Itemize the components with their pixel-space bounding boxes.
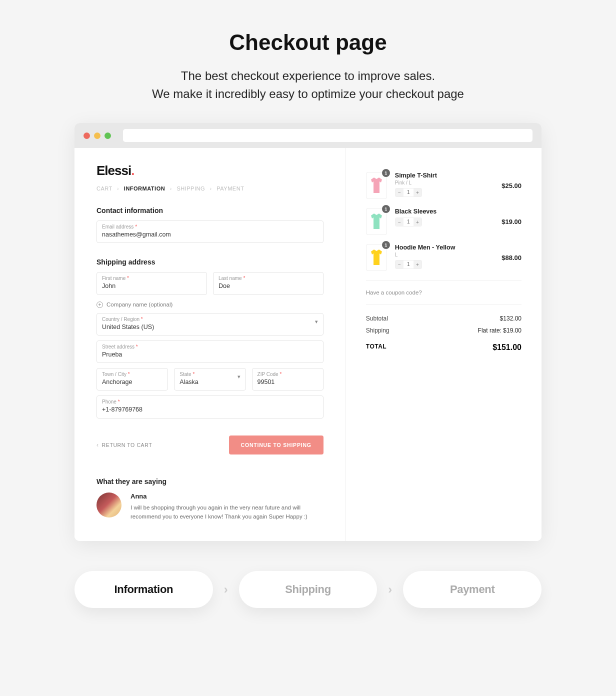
product-price: $25.00 (502, 182, 522, 190)
product-variant: L (395, 252, 494, 258)
shipping-label: Shipping (366, 327, 390, 334)
cart-item: 1 Hoodie Men - Yellow L − 1 + $88.00 (366, 244, 522, 271)
product-thumb[interactable]: 1 (366, 244, 387, 271)
contact-heading: Contact information (96, 206, 324, 214)
chevron-right-icon: › (224, 582, 228, 596)
brand-logo[interactable]: Elessi. (96, 163, 324, 178)
qty-plus-button[interactable]: + (414, 188, 422, 196)
testimonial-heading: What they are saying (96, 478, 324, 486)
testimonial-quote: I will be shopping through you again in … (130, 503, 324, 522)
shipping-heading: Shipping address (96, 258, 324, 266)
product-price: $19.00 (502, 218, 522, 226)
chevron-down-icon: ▾ (238, 374, 240, 380)
hero-title: Checkout page (10, 30, 606, 55)
qty-value: 1 (404, 218, 414, 226)
phone-field[interactable]: Phone * +1-879769768 (96, 396, 324, 418)
subtotal-label: Subtotal (366, 315, 388, 322)
qty-minus-button[interactable]: − (396, 260, 404, 268)
plus-circle-icon: + (96, 302, 103, 308)
crumb-cart[interactable]: CART (96, 186, 112, 192)
chevron-right-icon: › (170, 186, 172, 192)
city-field[interactable]: Town / City * Anchorage (96, 368, 168, 390)
quantity-stepper[interactable]: − 1 + (395, 260, 422, 269)
qty-minus-button[interactable]: − (396, 218, 404, 226)
url-bar[interactable] (123, 129, 532, 142)
divider (366, 280, 522, 280)
total-label: TOTAL (366, 343, 386, 352)
return-to-cart-link[interactable]: ‹ RETURN TO CART (96, 442, 152, 448)
country-select[interactable]: ▾ Country / Region * United States (US) (96, 313, 324, 336)
chevron-right-icon: › (117, 186, 119, 192)
divider (366, 304, 522, 305)
crumb-shipping[interactable]: SHIPPING (176, 186, 205, 192)
company-toggle[interactable]: + Company name (optional) (96, 302, 324, 308)
coupon-link[interactable]: Have a coupon code? (366, 290, 522, 296)
crumb-payment[interactable]: PAYMENT (216, 186, 244, 192)
product-variant: Pink / L (395, 180, 494, 186)
shipping-value: Flat rate: $19.00 (478, 327, 522, 334)
cart-item: 1 Simple T-Shirt Pink / L − 1 + $25.00 (366, 172, 522, 199)
street-field[interactable]: Street address * Prueba (96, 340, 324, 363)
step-information[interactable]: Information (74, 571, 213, 608)
subtotal-value: $132.00 (500, 315, 522, 322)
quantity-badge: 1 (382, 241, 390, 249)
order-summary: 1 Simple T-Shirt Pink / L − 1 + $25.00 1… (346, 148, 542, 541)
product-name: Simple T-Shirt (395, 172, 494, 179)
total-value: $151.00 (492, 343, 522, 352)
product-name: Black Sleeves (395, 208, 494, 215)
chevron-right-icon: › (210, 186, 212, 192)
cart-item: 1 Black Sleeves − 1 + $19.00 (366, 208, 522, 235)
chevron-left-icon: ‹ (96, 442, 99, 448)
browser-window: Elessi. CART › INFORMATION › SHIPPING › … (74, 123, 542, 541)
product-name: Hoodie Men - Yellow (395, 244, 494, 251)
email-field[interactable]: Email address * nasathemes@gmail.com (96, 220, 324, 243)
avatar (96, 492, 122, 518)
quantity-badge: 1 (382, 169, 390, 177)
hero-subtitle: The best checkout experience to improve … (10, 67, 606, 103)
step-payment[interactable]: Payment (403, 571, 542, 608)
testimonial-name: Anna (130, 492, 324, 500)
traffic-lights (84, 132, 111, 139)
close-dot-icon[interactable] (84, 132, 90, 139)
browser-chrome (74, 123, 542, 148)
qty-minus-button[interactable]: − (396, 188, 404, 196)
qty-plus-button[interactable]: + (414, 218, 422, 226)
maximize-dot-icon[interactable] (104, 132, 111, 139)
product-price: $88.00 (502, 254, 522, 262)
qty-value: 1 (404, 188, 414, 196)
chevron-right-icon: › (388, 582, 392, 596)
breadcrumb: CART › INFORMATION › SHIPPING › PAYMENT (96, 186, 324, 192)
qty-plus-button[interactable]: + (414, 260, 422, 268)
qty-value: 1 (404, 260, 414, 268)
quantity-stepper[interactable]: − 1 + (395, 188, 422, 197)
quantity-stepper[interactable]: − 1 + (395, 218, 422, 226)
product-thumb[interactable]: 1 (366, 208, 387, 235)
continue-button[interactable]: CONTINUE TO SHIPPING (229, 436, 324, 454)
state-select[interactable]: ▾ State * Alaska (174, 368, 246, 390)
crumb-information[interactable]: INFORMATION (124, 186, 165, 192)
quantity-badge: 1 (382, 205, 390, 213)
first-name-field[interactable]: First name * John (96, 272, 207, 294)
product-thumb[interactable]: 1 (366, 172, 387, 199)
minimize-dot-icon[interactable] (94, 132, 100, 139)
chevron-down-icon: ▾ (315, 318, 318, 325)
last-name-field[interactable]: Last name * Doe (213, 272, 324, 294)
zip-field[interactable]: ZIP Code * 99501 (252, 368, 324, 390)
step-shipping[interactable]: Shipping (239, 571, 378, 608)
